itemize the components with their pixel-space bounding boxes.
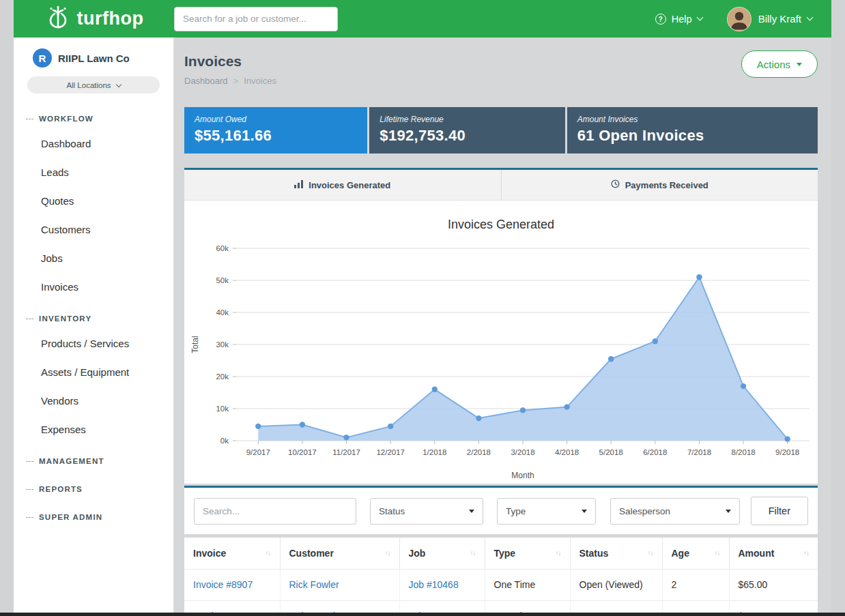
location-selector-label: All Locations bbox=[66, 81, 111, 89]
topbar-right: ? Help Billy Kraft bbox=[655, 7, 812, 31]
customer-link[interactable]: Rick Fowler bbox=[289, 579, 339, 590]
global-search-input[interactable] bbox=[174, 7, 338, 31]
caret-down-icon bbox=[797, 63, 802, 66]
tree-dash-icon bbox=[26, 461, 33, 462]
type-cell: One Time bbox=[485, 600, 570, 613]
sidebar-nav: WORKFLOW Dashboard Leads Quotes Customer… bbox=[14, 108, 173, 527]
column-header-age[interactable]: Age↑↓ bbox=[662, 538, 729, 569]
filter-bar: Status Type Salesperson Filter bbox=[184, 486, 818, 534]
svg-text:30k: 30k bbox=[216, 340, 229, 349]
tree-dash-icon bbox=[26, 319, 33, 319]
svg-text:20k: 20k bbox=[216, 372, 229, 381]
stats-row: Amount Owed $55,161.66 Lifetime Revenue … bbox=[184, 107, 818, 153]
column-header-invoice[interactable]: Invoice↑↓ bbox=[184, 538, 280, 569]
filter-button[interactable]: Filter bbox=[751, 497, 808, 525]
window-bottom-edge bbox=[0, 613, 845, 616]
user-name: Billy Kraft bbox=[758, 13, 801, 25]
status-select[interactable]: Status bbox=[370, 498, 483, 525]
invoices-generated-chart: 0k10k20k30k40k50k60k9/201710/201711/2017… bbox=[184, 201, 818, 484]
svg-text:50k: 50k bbox=[216, 276, 229, 284]
svg-text:5/2018: 5/2018 bbox=[599, 448, 623, 456]
caret-down-icon bbox=[726, 510, 731, 513]
breadcrumb-current: Invoices bbox=[244, 76, 276, 86]
sidebar-section-reports[interactable]: REPORTS bbox=[14, 479, 173, 499]
sidebar-item-invoices[interactable]: Invoices bbox=[14, 272, 173, 301]
svg-text:11/2017: 11/2017 bbox=[332, 448, 360, 456]
column-label: Type bbox=[494, 548, 516, 559]
chart-panel: Invoices Generated Payments Received 0k1… bbox=[184, 168, 818, 484]
svg-text:60k: 60k bbox=[216, 244, 229, 252]
tab-invoices-generated[interactable]: Invoices Generated bbox=[184, 170, 501, 200]
invoice-link[interactable]: Invoice #8907 bbox=[193, 579, 253, 590]
table-header-row: Invoice↑↓ Customer↑↓ Job↑↓ Type↑↓ Status… bbox=[184, 538, 818, 569]
amount-cell: $65.00 bbox=[729, 569, 818, 600]
svg-text:12/2017: 12/2017 bbox=[376, 448, 405, 456]
chevron-down-icon bbox=[807, 14, 814, 21]
stat-amount-owed: Amount Owed $55,161.66 bbox=[184, 107, 367, 153]
caret-down-icon bbox=[469, 510, 474, 513]
sidebar-item-expenses[interactable]: Expenses bbox=[14, 415, 173, 443]
invoices-generated-chart-svg: 0k10k20k30k40k50k60k9/201710/201711/2017… bbox=[184, 201, 818, 484]
breadcrumb-separator: > bbox=[233, 76, 239, 86]
svg-text:3/2018: 3/2018 bbox=[511, 448, 534, 456]
page-header: Invoices Dashboard > Invoices Actions bbox=[184, 47, 818, 101]
table-row: Invoice #8907 Rick Fowler Job #10468 One… bbox=[184, 569, 818, 600]
svg-text:Total: Total bbox=[190, 336, 200, 353]
type-select[interactable]: Type bbox=[497, 498, 596, 525]
turfhop-logo-icon bbox=[44, 5, 72, 33]
column-header-status[interactable]: Status↑↓ bbox=[570, 538, 662, 569]
sidebar-item-dashboard[interactable]: Dashboard bbox=[14, 129, 173, 158]
chevron-down-icon bbox=[696, 14, 703, 21]
actions-button[interactable]: Actions bbox=[741, 50, 818, 78]
app-window: turfhop ? Help Billy Kraft bbox=[14, 0, 831, 613]
chart-tabs: Invoices Generated Payments Received bbox=[184, 170, 818, 201]
column-header-amount[interactable]: Amount↑↓ bbox=[729, 538, 818, 569]
sidebar-item-products-services[interactable]: Products / Services bbox=[14, 329, 173, 357]
chevron-down-icon bbox=[115, 81, 121, 87]
breadcrumb-dashboard[interactable]: Dashboard bbox=[184, 76, 228, 86]
sidebar-item-assets-equipment[interactable]: Assets / Equipment bbox=[14, 357, 173, 386]
sort-icon: ↑↓ bbox=[385, 549, 390, 557]
column-header-type[interactable]: Type↑↓ bbox=[485, 538, 570, 569]
salesperson-select-value: Salesperson bbox=[619, 506, 670, 516]
avatar[interactable] bbox=[727, 7, 751, 31]
sort-icon: ↑↓ bbox=[556, 549, 561, 557]
tab-payments-received[interactable]: Payments Received bbox=[501, 170, 818, 200]
sidebar-section-super-admin[interactable]: SUPER ADMIN bbox=[14, 507, 173, 527]
svg-text:10/2017: 10/2017 bbox=[288, 448, 317, 456]
sidebar-item-quotes[interactable]: Quotes bbox=[14, 186, 173, 215]
main-content: Invoices Dashboard > Invoices Actions Am… bbox=[174, 38, 831, 613]
column-header-job[interactable]: Job↑↓ bbox=[399, 538, 485, 569]
svg-text:4/2018: 4/2018 bbox=[555, 448, 579, 456]
location-selector[interactable]: All Locations bbox=[27, 76, 160, 93]
brand-name: turfhop bbox=[77, 8, 144, 29]
clock-icon bbox=[611, 179, 620, 190]
svg-text:0k: 0k bbox=[220, 437, 229, 445]
sidebar-section-inventory: INVENTORY bbox=[14, 308, 173, 329]
sidebar-item-leads[interactable]: Leads bbox=[14, 158, 173, 186]
column-header-customer[interactable]: Customer↑↓ bbox=[280, 538, 399, 569]
sort-icon: ↑↓ bbox=[266, 549, 271, 557]
column-label: Status bbox=[579, 548, 609, 559]
sidebar-section-management[interactable]: MANAGEMENT bbox=[14, 451, 173, 471]
table-search-input[interactable] bbox=[194, 498, 356, 525]
company-header: R RIIPL Lawn Co bbox=[14, 48, 173, 68]
stat-label: Lifetime Revenue bbox=[379, 115, 554, 124]
svg-text:7/2018: 7/2018 bbox=[687, 448, 711, 456]
status-cell: Open bbox=[570, 600, 662, 613]
sidebar-item-jobs[interactable]: Jobs bbox=[14, 244, 173, 272]
age-cell: 2 bbox=[662, 569, 729, 600]
sort-icon: ↑↓ bbox=[470, 549, 476, 557]
sidebar-item-vendors[interactable]: Vendors bbox=[14, 386, 173, 415]
tree-dash-icon bbox=[26, 119, 33, 119]
svg-text:Invoices Generated: Invoices Generated bbox=[448, 218, 554, 231]
sidebar-item-customers[interactable]: Customers bbox=[14, 215, 173, 244]
job-link[interactable]: Job #10468 bbox=[409, 579, 459, 590]
tab-label: Invoices Generated bbox=[309, 180, 390, 190]
sidebar: R RIIPL Lawn Co All Locations WORKFLOW D… bbox=[14, 38, 174, 613]
salesperson-select[interactable]: Salesperson bbox=[610, 498, 740, 525]
user-menu[interactable]: Billy Kraft bbox=[751, 13, 812, 25]
company-name: RIIPL Lawn Co bbox=[58, 53, 130, 64]
help-menu[interactable]: ? Help bbox=[655, 14, 702, 25]
turfhop-logo[interactable]: turfhop bbox=[14, 5, 174, 33]
